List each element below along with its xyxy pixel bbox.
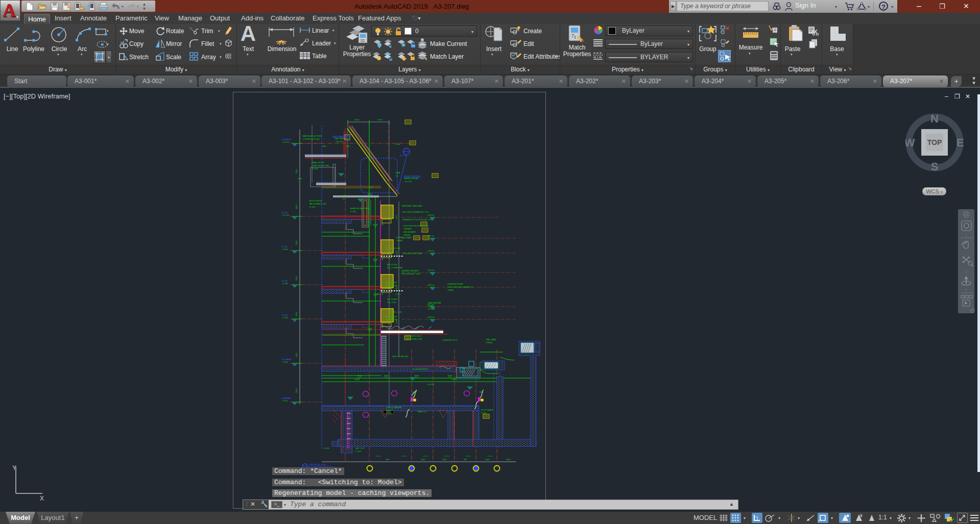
svg-text:ALIGN DIM: ALIGN DIM bbox=[386, 284, 397, 287]
svg-text:EAVES DETAIL: EAVES DETAIL bbox=[404, 176, 421, 178]
svg-text:WD 125/58: WD 125/58 bbox=[386, 281, 397, 284]
svg-text:RE SCREED DBL: RE SCREED DBL bbox=[309, 203, 327, 205]
svg-text:BASE 1:2: BASE 1:2 bbox=[418, 410, 427, 413]
svg-text:0.4: 0.4 bbox=[370, 186, 373, 188]
svg-text:MTL: MTL bbox=[346, 145, 351, 147]
svg-text:+10.154: +10.154 bbox=[404, 180, 412, 183]
svg-text:+13.154: +13.154 bbox=[335, 140, 343, 143]
svg-text:COPPER CH DBL: COPPER CH DBL bbox=[302, 138, 320, 140]
svg-text:TRIM AND VB/FOAM: TRIM AND VB/FOAM bbox=[401, 205, 422, 207]
svg-text:WM: WM bbox=[413, 391, 417, 393]
svg-text:SETTING EXPANDED COL: SETTING EXPANDED COL bbox=[402, 211, 429, 213]
svg-text:P-104: P-104 bbox=[309, 206, 316, 208]
svg-text:THIS DIM VB/FOAM: THIS DIM VB/FOAM bbox=[402, 252, 422, 255]
svg-text:2400: 2400 bbox=[506, 458, 511, 461]
svg-text:DBK REVEAL: DBK REVEAL bbox=[428, 302, 442, 304]
svg-text:WS 125/58: WS 125/58 bbox=[386, 315, 397, 318]
svg-text:3050: 3050 bbox=[295, 205, 298, 209]
svg-text:SSL RL +0.45: SSL RL +0.45 bbox=[389, 311, 402, 313]
svg-text:MTL: MTL bbox=[343, 194, 347, 197]
svg-text:SILL OVER DIM: SILL OVER DIM bbox=[387, 266, 403, 269]
svg-text:3050: 3050 bbox=[295, 240, 298, 245]
svg-text:15MM: 15MM bbox=[396, 239, 402, 242]
svg-text:2400: 2400 bbox=[442, 458, 447, 461]
svg-text:CAPPING AT PNL: CAPPING AT PNL bbox=[312, 164, 330, 167]
svg-text:BFL: BFL bbox=[323, 145, 327, 147]
svg-text:FALL ARR: FALL ARR bbox=[486, 338, 496, 341]
svg-text:S: S bbox=[931, 160, 939, 172]
svg-text:2.5: 2.5 bbox=[343, 197, 346, 200]
svg-text:3050: 3050 bbox=[295, 276, 298, 281]
svg-text:CHECK WATER: CHECK WATER bbox=[386, 406, 401, 409]
svg-text:Y: Y bbox=[12, 464, 16, 471]
svg-text:GMA: GMA bbox=[395, 171, 400, 174]
svg-text:15MM: 15MM bbox=[447, 289, 453, 291]
svg-text:+8.150: +8.150 bbox=[282, 248, 289, 251]
svg-text:BAY HEIGHT: BAY HEIGHT bbox=[333, 136, 347, 138]
svg-text:1600: 1600 bbox=[421, 458, 425, 461]
svg-text:T.A.B: T.A.B bbox=[354, 378, 360, 381]
svg-text:SEAL ROOF: SEAL ROOF bbox=[312, 161, 324, 164]
svg-text:PULP BREE: PULP BREE bbox=[481, 409, 493, 411]
svg-text:900: 900 bbox=[381, 325, 384, 328]
svg-text:3050: 3050 bbox=[295, 169, 298, 173]
svg-text:W: W bbox=[905, 136, 915, 149]
svg-text:+246.50: +246.50 bbox=[427, 214, 435, 216]
svg-text:PER SEISMIC GMT: PER SEISMIC GMT bbox=[401, 272, 421, 275]
svg-text:+1.200: +1.200 bbox=[323, 447, 330, 450]
svg-text:+5.100: +5.100 bbox=[282, 282, 289, 285]
svg-text:TIMBER: TIMBER bbox=[403, 228, 412, 230]
svg-text:P-203: P-203 bbox=[312, 167, 318, 170]
svg-text:SET OUT: SET OUT bbox=[355, 447, 365, 450]
svg-text:3050: 3050 bbox=[295, 388, 298, 393]
svg-text:SLOPE: SLOPE bbox=[428, 308, 435, 310]
svg-text:PLANTER BOX: PLANTER BOX bbox=[442, 339, 458, 341]
svg-text:3050: 3050 bbox=[295, 353, 298, 357]
svg-text:+0.000: +0.000 bbox=[282, 361, 289, 363]
svg-text:900: 900 bbox=[381, 257, 384, 260]
svg-text:+354.50: +354.50 bbox=[427, 269, 435, 271]
svg-text:2700: 2700 bbox=[395, 251, 398, 255]
svg-text:AB 125/58: AB 125/58 bbox=[387, 263, 397, 266]
svg-text:1600: 1600 bbox=[485, 458, 490, 461]
svg-text:ALIGN DIM: ALIGN DIM bbox=[386, 318, 397, 321]
svg-text:ROOF DECK: ROOF DECK bbox=[309, 199, 322, 202]
svg-text:+578.50: +578.50 bbox=[427, 383, 435, 386]
svg-text:800: 800 bbox=[386, 458, 390, 461]
svg-text:3050: 3050 bbox=[295, 312, 298, 316]
svg-text:PLUNTER BOX: PLUNTER BOX bbox=[413, 368, 428, 370]
svg-text:MACADAME: MACADAME bbox=[403, 231, 416, 233]
svg-text:P-402: P-402 bbox=[481, 412, 487, 414]
svg-text:800: 800 bbox=[464, 458, 467, 461]
svg-text:PROOF: PROOF bbox=[386, 409, 394, 412]
svg-text:N: N bbox=[930, 113, 939, 125]
svg-text:P-403: P-403 bbox=[355, 450, 362, 453]
svg-text:WM: WM bbox=[480, 391, 484, 393]
svg-text:900: 900 bbox=[377, 293, 381, 295]
svg-text:DIMENSION BA: DIMENSION BA bbox=[447, 283, 463, 285]
svg-text:HANGING GUTTER: HANGING GUTTER bbox=[302, 135, 322, 137]
svg-text:+11.200: +11.200 bbox=[282, 214, 290, 216]
svg-text:2700: 2700 bbox=[395, 215, 398, 219]
svg-text:SCREED PREP: SCREED PREP bbox=[396, 236, 412, 239]
svg-text:REMOVE BATTENS: REMOVE BATTENS bbox=[350, 207, 370, 210]
svg-text:900: 900 bbox=[381, 222, 384, 226]
svg-text:WT 10x10 DIM: WT 10x10 DIM bbox=[386, 247, 400, 249]
svg-text:X: X bbox=[40, 495, 44, 501]
svg-text:900: 900 bbox=[381, 292, 384, 295]
svg-text:1.375: 1.375 bbox=[395, 293, 401, 295]
svg-text:TOP: TOP bbox=[927, 138, 942, 146]
svg-text:LAUREL SEISMIC: LAUREL SEISMIC bbox=[401, 269, 419, 272]
svg-text:P-104: P-104 bbox=[350, 210, 356, 213]
svg-text:-3.750: -3.750 bbox=[282, 400, 288, 402]
svg-text:+446.50: +446.50 bbox=[427, 316, 435, 318]
svg-text:P-401: P-401 bbox=[386, 412, 392, 415]
svg-text:SITE SPECIAL GASKET,G: SITE SPECIAL GASKET,G bbox=[447, 286, 473, 288]
svg-text:NGS TO BE DBL: NGS TO BE DBL bbox=[392, 355, 409, 358]
svg-text:+383.50: +383.50 bbox=[427, 284, 435, 286]
svg-text:+14.750: +14.750 bbox=[282, 141, 290, 143]
svg-text:+2.050: +2.050 bbox=[282, 316, 289, 319]
svg-text:GRADING POLYFLEX ACT FIN: GRADING POLYFLEX ACT FIN bbox=[402, 218, 433, 221]
svg-text:T.A.B: T.A.B bbox=[451, 378, 457, 381]
svg-text:WL 125/58: WL 125/58 bbox=[387, 298, 398, 301]
